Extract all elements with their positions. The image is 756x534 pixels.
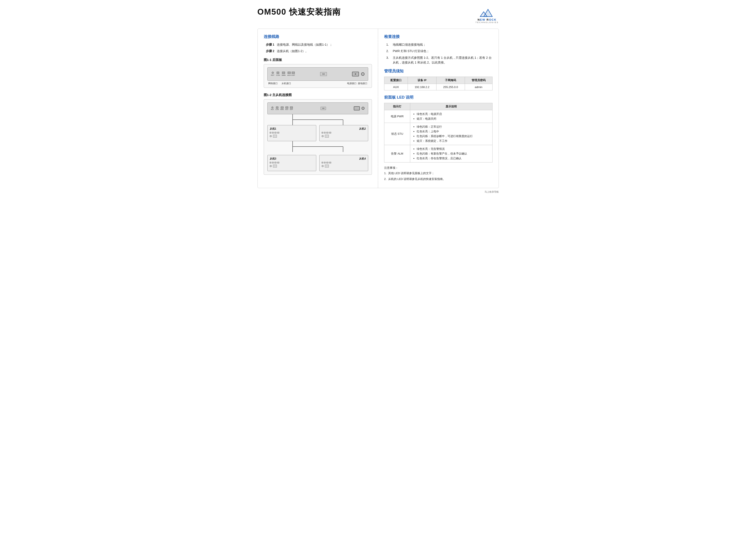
slave-4: 从机4 ··· — [319, 155, 368, 171]
power-area — [352, 72, 364, 76]
num2: 2. — [386, 49, 391, 53]
led-alm-name: 告警 ALM — [384, 145, 410, 163]
col-indicator: 指示灯 — [384, 103, 410, 110]
slave-1: 从机1 ··· — [267, 125, 316, 141]
slave3-bottom: ··· — [270, 165, 314, 167]
con-port: CON — [276, 72, 280, 76]
note-section: 注意事项： 1. 其他 LED 说明请参见面板上的文字； 2. 从机的 LED … — [384, 166, 493, 181]
connection-lines-top — [267, 114, 368, 125]
master-unit: RST CON WAN AUX — [267, 102, 368, 114]
slave4-bottom: ··· — [322, 165, 366, 167]
led-stu-name: 状态 STU — [384, 123, 410, 145]
slave-2: 从机2 ··· — [319, 125, 368, 141]
left-ports-group: RST CON WAN — [271, 72, 295, 76]
col-config: 配置接口 — [384, 77, 408, 84]
rear-panel-diagram: RST CON WAN — [267, 67, 368, 81]
led-alm-item-0: 绿色长亮：无告警情况 — [417, 146, 489, 151]
check-title: 检查连接 — [384, 34, 493, 39]
note-text-2: 从机的 LED 说明请参见从机的快速安装指南。 — [388, 177, 446, 181]
slave1-ports — [270, 132, 314, 134]
slave-grid-bottom: 从机3 ··· 从机4 — [267, 155, 368, 171]
aux-exp-ports: AUX EXP — [287, 72, 295, 76]
check-item-2: 2. PWR 灯和 STU 灯呈绿色； — [386, 49, 493, 53]
admin-table-row: AUX 192.168.2.2 255.255.0.0 admin — [384, 84, 493, 90]
step-1: 步骤 1 连接电源、网线以及接地线（如图1-1）； — [266, 42, 372, 47]
val-ip: 192.168.2.2 — [408, 84, 436, 90]
fig2-title: 图1-2 主从机连接图 — [264, 93, 372, 97]
led-pwr-row: 电源 PWR 绿色长亮：电源开启 熄灭：电源关闭 — [384, 110, 493, 123]
rst-port: RST — [271, 72, 275, 76]
slave-3: 从机3 ··· — [267, 155, 316, 171]
note-label: 注意事项： — [384, 166, 493, 170]
newrock-logo-icon — [478, 7, 496, 18]
fig1-title: 图1-1 后面板 — [264, 58, 372, 62]
col-pass: 管理员密码 — [465, 77, 492, 84]
slave2-label: 从机2 — [322, 127, 366, 131]
note-num-2: 2. — [384, 177, 387, 181]
led-stu-item-3: 熄灭：系统锁定，不工作 — [417, 139, 489, 143]
slave3-ports — [270, 162, 314, 164]
val-config: AUX — [384, 84, 408, 90]
slave1-label: 从机1 — [270, 127, 314, 131]
step1-text: 连接电源、网线以及接地线（如图1-1）； — [277, 43, 333, 46]
led-alm-row: 告警 ALM 绿色长亮：无告警情况 红色闪烁：有新告警产生，但未予以确认 红色长… — [384, 145, 493, 163]
led-stu-items: 绿色闪烁：正常运行 红色长亮：上电中 红色闪烁：系统诊断中，可进行有限度的运行 … — [410, 123, 493, 145]
note-text-1: 其他 LED 说明请参见面板上的文字； — [388, 171, 435, 176]
ground-port — [361, 72, 364, 76]
wan-port: WAN — [282, 72, 285, 76]
led-table-header: 指示灯 显示说明 — [384, 103, 493, 110]
check-item-1: 1. 地线螺口须连接接地线； — [386, 42, 493, 47]
led-stu-item-0: 绿色闪烁：正常运行 — [417, 124, 489, 129]
slave4-label: 从机4 — [322, 157, 366, 161]
slave4-ports — [322, 162, 366, 164]
led-alm-item-1: 红色闪烁：有新告警产生，但未予以确认 — [417, 151, 489, 156]
led-pwr-item-1: 熄灭：电源关闭 — [417, 116, 489, 121]
steps-list: 步骤 1 连接电源、网线以及接地线（如图1-1）； 步骤 2 连接从机（如图1-… — [266, 42, 372, 54]
master-sd: SD — [321, 107, 326, 110]
col-description: 显示说明 — [410, 103, 493, 110]
check-text-1: 地线螺口须连接接地线； — [393, 42, 426, 47]
step2-text: 连接从机（如图1-2）。 — [277, 49, 308, 53]
led-title: 前面板 LED 说明 — [384, 95, 493, 100]
note-num-1: 1. — [384, 171, 387, 176]
check-list: 1. 地线螺口须连接接地线； 2. PWR 灯和 STU 灯呈绿色； 3. 主从… — [386, 42, 493, 65]
step-2: 步骤 2 连接从机（如图1-2）。 — [266, 49, 372, 53]
led-stu-item-2: 红色闪烁：系统诊断中，可进行有限度的运行 — [417, 134, 489, 139]
right-label: 电源接口 接地接口 — [347, 82, 367, 85]
page-title: OM500 快速安装指南 — [257, 7, 341, 17]
note-1: 1. 其他 LED 说明请参见面板上的文字； — [384, 171, 493, 176]
left-panel: 连接线路 步骤 1 连接电源、网线以及接地线（如图1-1）； 步骤 2 连接从机… — [258, 29, 378, 188]
led-pwr-item-0: 绿色长亮：电源开启 — [417, 112, 489, 116]
admin-table: 配置接口 设备 IP 子网掩码 管理员密码 AUX 192.168.2.2 25… — [384, 77, 493, 90]
num1: 1. — [386, 42, 391, 47]
sd-slot: SD — [320, 72, 327, 76]
panel-labels: 网络接口 从机接口 电源接口 接地接口 — [267, 82, 368, 85]
led-pwr-items: 绿色长亮：电源开启 熄灭：电源关闭 — [410, 110, 493, 123]
val-pass: admin — [465, 84, 492, 90]
led-table: 指示灯 显示说明 电源 PWR 绿色长亮：电源开启 熄灭：电源关闭 — [384, 103, 493, 163]
admin-table-header: 配置接口 设备 IP 子网掩码 管理员密码 — [384, 77, 493, 84]
led-alm-items: 绿色长亮：无告警情况 红色闪烁：有新告警产生，但未予以确认 红色长亮：存在告警情… — [410, 145, 493, 163]
led-alm-item-2: 红色长亮：存在告警情况，且已确认 — [417, 156, 489, 161]
step2-label: 步骤 2 — [266, 49, 275, 53]
master-ports: RST CON WAN AUX — [271, 107, 293, 110]
check-text-2: PWR 灯和 STU 灯呈绿色； — [393, 49, 429, 53]
right-panel: 检查连接 1. 地线螺口须连接接地线； 2. PWR 灯和 STU 灯呈绿色； … — [378, 29, 499, 188]
slave3-label: 从机3 — [270, 157, 314, 161]
ms-diagram-wrapper: RST CON WAN AUX — [267, 102, 368, 172]
val-mask: 255.255.0.0 — [436, 84, 465, 90]
master-power — [354, 106, 364, 111]
left-section-title: 连接线路 — [264, 34, 372, 39]
fig1-box: RST CON WAN — [264, 64, 372, 88]
logo-brand: NEW ROCK — [478, 18, 497, 21]
slave2-ports — [322, 132, 366, 134]
logo-sub: TECHNOLOGIES — [475, 21, 499, 23]
led-pwr-name: 电源 PWR — [384, 110, 410, 123]
fig2-box: RST CON WAN AUX — [264, 99, 372, 175]
col-mask: 子网掩码 — [436, 77, 465, 84]
connection-lines-mid — [267, 141, 368, 152]
step1-label: 步骤 1 — [266, 43, 275, 46]
main-content: 连接线路 步骤 1 连接电源、网线以及接地线（如图1-1）； 步骤 2 连接从机… — [257, 29, 499, 188]
num3: 3. — [386, 55, 391, 65]
slave2-bottom: ··· — [322, 135, 366, 138]
